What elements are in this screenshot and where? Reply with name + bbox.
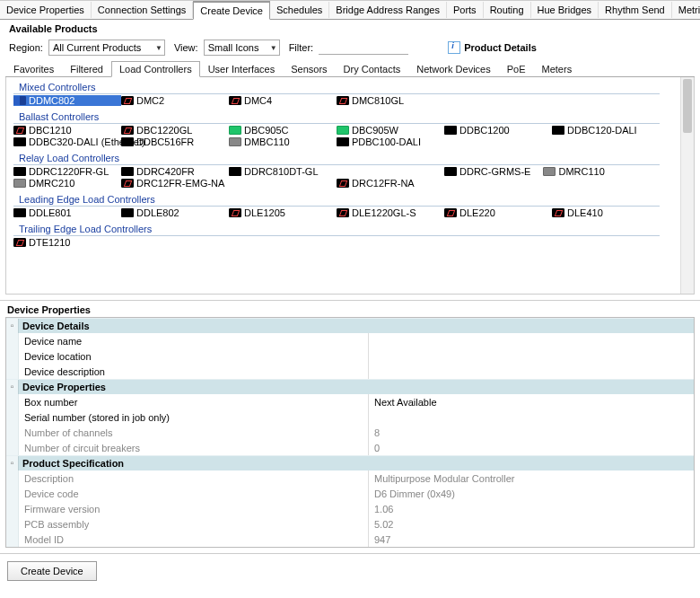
product-item[interactable]: DRC12FR-NA <box>337 178 444 189</box>
product-item[interactable]: DDRC810DT-GL <box>229 166 337 177</box>
product-item[interactable]: DMC2 <box>121 95 229 106</box>
filter-label: Filter: <box>289 42 314 53</box>
product-icon <box>229 208 241 217</box>
indent <box>6 425 19 440</box>
product-item[interactable]: DDBC120-DALI <box>552 125 660 136</box>
prop-row[interactable]: Device name <box>6 333 694 348</box>
product-item[interactable]: DMRC210 <box>13 178 121 189</box>
collapse-icon[interactable]: ▫ <box>6 456 19 470</box>
sub-tab-poe[interactable]: PoE <box>499 61 534 76</box>
main-tab-device-properties[interactable]: Device Properties <box>0 2 92 18</box>
product-item[interactable]: DDLE801 <box>13 207 121 218</box>
indent <box>6 440 19 455</box>
product-item[interactable]: DDBC320-DALI (Ethernet) <box>13 136 121 147</box>
product-item[interactable]: DLE1220GL-S <box>337 207 444 218</box>
view-label: View: <box>174 42 198 53</box>
main-tab-routing[interactable]: Routing <box>484 2 531 18</box>
product-group: DTE1210 <box>13 237 687 248</box>
prop-row[interactable]: Serial number (stored in job only) <box>6 409 694 425</box>
indent <box>6 501 19 516</box>
product-item[interactable]: DLE410 <box>552 207 660 218</box>
indent <box>6 486 19 501</box>
product-label: DMC2 <box>136 95 164 106</box>
collapse-icon[interactable]: ▫ <box>6 319 19 333</box>
product-label: DDBC516FR <box>136 136 194 147</box>
sub-tab-dry-contacts[interactable]: Dry Contacts <box>336 61 409 76</box>
prop-category[interactable]: ▫Device Properties <box>6 379 694 394</box>
group-header: Leading Edge Load Controllers <box>13 191 660 207</box>
prop-row: PCB assembly5.02 <box>6 516 694 532</box>
prop-row: Firmware version1.06 <box>6 501 694 516</box>
region-value: All Current Products <box>53 42 141 53</box>
create-device-button[interactable]: Create Device <box>7 561 97 581</box>
product-item[interactable]: DDBC516FR <box>121 136 229 147</box>
product-item[interactable]: DDBC1200 <box>444 125 552 136</box>
prop-row: Number of circuit breakers0 <box>6 440 694 455</box>
product-icon <box>337 96 349 105</box>
product-item[interactable]: DDRC-GRMS-EDMRC110 <box>444 166 660 177</box>
group-header: Mixed Controllers <box>13 79 660 94</box>
scrollbar-thumb[interactable] <box>683 79 692 133</box>
main-tab-hue-bridges[interactable]: Hue Bridges <box>531 2 599 18</box>
filter-row: Region: All Current Products ▼ View: Sma… <box>0 36 700 59</box>
sub-tab-user-interfaces[interactable]: User Interfaces <box>200 61 284 76</box>
sub-tab-load-controllers[interactable]: Load Controllers <box>111 61 200 77</box>
product-item[interactable]: DLE220 <box>444 207 552 218</box>
product-item[interactable]: DMC4 <box>229 95 337 106</box>
main-tab-rhythm-send[interactable]: Rhythm Send <box>599 2 672 18</box>
available-products-title: Available Products <box>0 20 700 36</box>
product-item[interactable]: DBC1220GL <box>121 125 229 136</box>
product-icon <box>13 167 26 176</box>
prop-key: Device description <box>19 364 369 379</box>
scrollbar[interactable] <box>680 77 694 294</box>
product-item[interactable]: DDLE802 <box>121 207 229 218</box>
prop-key: Box number <box>19 394 369 409</box>
sub-tab-filtered[interactable]: Filtered <box>62 61 111 76</box>
product-item[interactable]: PDBC100-DALI <box>337 136 444 147</box>
product-item[interactable]: DTE1210 <box>13 237 121 248</box>
sub-tab-network-devices[interactable]: Network Devices <box>408 61 499 76</box>
main-tab-create-device[interactable]: Create Device <box>193 1 270 20</box>
region-combo[interactable]: All Current Products ▼ <box>48 40 165 56</box>
product-label: DBC905C <box>244 125 289 136</box>
product-item[interactable]: DBC905C <box>229 125 337 136</box>
indent <box>6 348 19 364</box>
filter-input[interactable] <box>319 40 408 55</box>
product-item[interactable]: DBC1210 <box>13 125 121 136</box>
prop-value: 8 <box>369 427 694 438</box>
main-tab-bridge-address-ranges[interactable]: Bridge Address Ranges <box>329 2 447 18</box>
product-item[interactable]: DMBC110 <box>229 136 337 147</box>
sub-tab-favorites[interactable]: Favorites <box>5 61 62 76</box>
prop-row[interactable]: Box numberNext Available <box>6 394 694 409</box>
main-tab-metrics[interactable]: Metrics <box>672 2 700 18</box>
product-item[interactable]: DDRC420FR <box>121 166 229 177</box>
product-item[interactable]: DMC810GL <box>337 95 444 106</box>
product-item[interactable]: DDRC1220FR-GL <box>13 166 121 177</box>
main-tab-schedules[interactable]: Schedules <box>270 2 329 18</box>
indent <box>6 364 19 379</box>
product-icon <box>13 179 26 188</box>
prop-category[interactable]: ▫Device Details <box>6 318 694 333</box>
product-label: DMC4 <box>244 95 272 106</box>
product-item[interactable]: DBC905W <box>337 125 444 136</box>
prop-row[interactable]: Device location <box>6 348 694 364</box>
product-item[interactable]: DRC12FR-EMG-NA <box>121 178 229 189</box>
product-item[interactable]: DDMC802 <box>13 95 121 106</box>
group-header: Ballast Controllers <box>13 109 660 124</box>
product-details-link[interactable]: Product Details <box>448 41 537 54</box>
product-icon <box>121 208 134 217</box>
prop-row[interactable]: Device description <box>6 364 694 379</box>
info-icon <box>448 41 460 54</box>
prop-category[interactable]: ▫Product Specification <box>6 455 694 470</box>
main-tab-connection-settings[interactable]: Connection Settings <box>92 2 193 18</box>
product-icon <box>337 126 349 135</box>
prop-key: Number of circuit breakers <box>19 440 369 455</box>
view-combo[interactable]: Small Icons ▼ <box>204 40 280 56</box>
collapse-icon[interactable]: ▫ <box>6 380 19 394</box>
sub-tab-sensors[interactable]: Sensors <box>283 61 335 76</box>
sub-tab-meters[interactable]: Meters <box>534 61 581 76</box>
main-tab-ports[interactable]: Ports <box>447 2 484 18</box>
product-item[interactable]: DLE1205 <box>229 207 337 218</box>
prop-value[interactable]: Next Available <box>369 397 694 408</box>
prop-key: Firmware version <box>19 501 369 516</box>
